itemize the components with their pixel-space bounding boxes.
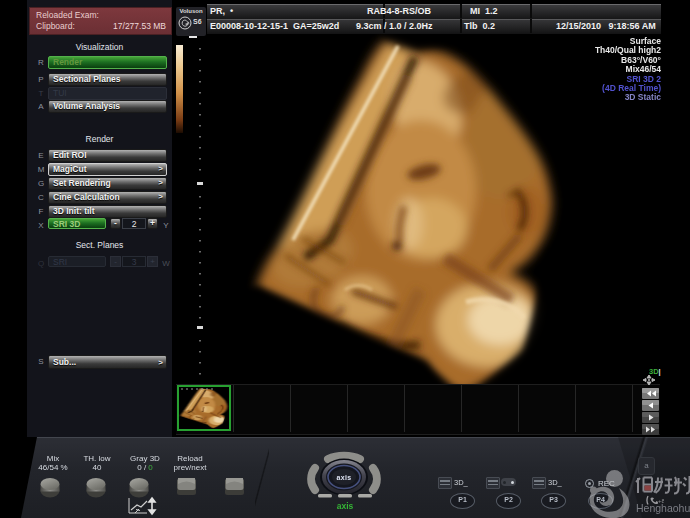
svg-text:axis: axis (336, 474, 351, 481)
svg-text:axis: axis (337, 501, 354, 511)
